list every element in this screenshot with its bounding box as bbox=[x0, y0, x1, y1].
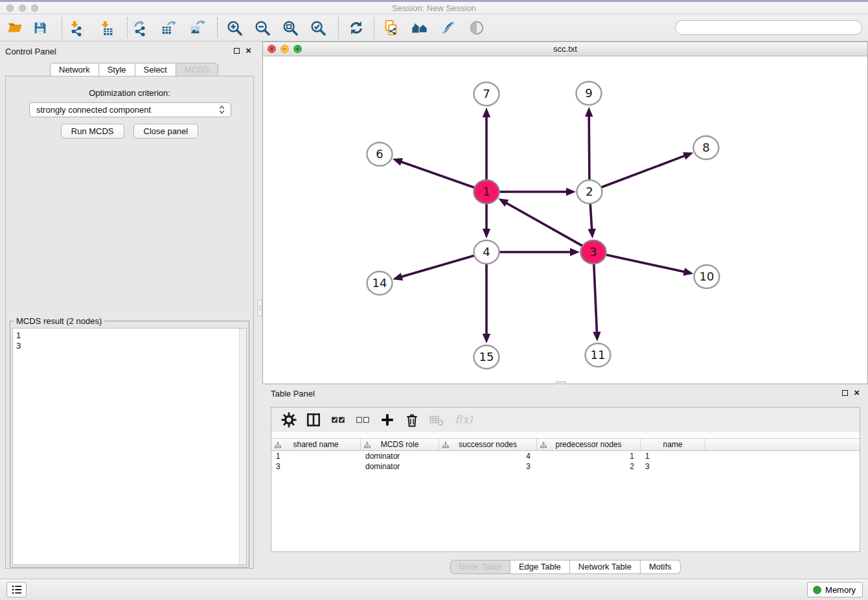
tab-network-table[interactable]: Network Table bbox=[570, 560, 641, 574]
graph-node-7[interactable]: 7 bbox=[474, 82, 499, 106]
toolbar-separator bbox=[127, 17, 128, 38]
graph-node-11[interactable]: 11 bbox=[586, 343, 611, 367]
network-canvas[interactable]: 1234678910111415 bbox=[263, 56, 867, 383]
network-maximize-button[interactable]: + bbox=[293, 45, 302, 53]
graph-node-10[interactable]: 10 bbox=[694, 265, 720, 288]
function-builder-icon[interactable]: f(x) bbox=[453, 413, 474, 427]
vertical-splitter-handle[interactable] bbox=[257, 299, 262, 316]
network-close-button[interactable]: × bbox=[268, 45, 276, 53]
graph-node-9[interactable]: 9 bbox=[577, 82, 602, 105]
add-icon[interactable] bbox=[380, 413, 395, 427]
trash-icon[interactable] bbox=[404, 413, 420, 427]
graph-node-4[interactable]: 4 bbox=[474, 240, 499, 264]
control-panel: Control Panel × NetworkStyleSelectMCDS O… bbox=[0, 41, 259, 579]
graph-edge-4-15[interactable] bbox=[483, 264, 490, 343]
home-icon[interactable] bbox=[411, 18, 429, 38]
graph-edge-3-11[interactable] bbox=[593, 264, 600, 341]
column-header-name[interactable]: name bbox=[641, 439, 705, 450]
tab-edge-table[interactable]: Edge Table bbox=[510, 560, 570, 574]
tab-mcds[interactable]: MCDS bbox=[176, 63, 218, 77]
zoom-fit-icon[interactable] bbox=[281, 18, 299, 38]
graph-edge-2-8[interactable] bbox=[601, 152, 694, 187]
graph-edge-1-7[interactable] bbox=[483, 108, 490, 179]
tree-icon bbox=[442, 441, 449, 448]
deselect-all-icon[interactable] bbox=[355, 413, 371, 427]
graph-node-label: 9 bbox=[585, 86, 592, 100]
graph-node-3[interactable]: 3 bbox=[581, 240, 606, 264]
import-table-icon[interactable] bbox=[98, 18, 116, 38]
window-titlebar: Session: New Session bbox=[0, 2, 868, 14]
graph-edge-3-1[interactable] bbox=[498, 198, 582, 246]
column-layout-icon[interactable] bbox=[306, 413, 321, 427]
table-row[interactable]: 1dominator411 bbox=[271, 451, 860, 461]
run-mcds-button[interactable]: Run MCDS bbox=[61, 124, 124, 139]
refresh-icon[interactable] bbox=[347, 18, 365, 38]
mcds-result-list[interactable]: 13 bbox=[12, 328, 247, 565]
close-panel-icon[interactable]: × bbox=[854, 389, 860, 396]
column-header-label: name bbox=[663, 440, 682, 449]
memory-status-dot bbox=[813, 586, 821, 594]
graph-node-14[interactable]: 14 bbox=[367, 271, 393, 295]
task-history-button[interactable] bbox=[6, 582, 27, 597]
graph-node-label: 10 bbox=[700, 270, 714, 283]
export-table-icon[interactable] bbox=[160, 18, 178, 38]
graph-edge-4-14[interactable] bbox=[393, 255, 475, 281]
graph-node-8[interactable]: 8 bbox=[694, 136, 719, 159]
duplicate-network-icon[interactable] bbox=[382, 18, 400, 38]
select-all-icon[interactable] bbox=[330, 413, 346, 427]
tab-select[interactable]: Select bbox=[135, 63, 176, 77]
graph-edge-2-3[interactable] bbox=[588, 204, 595, 238]
graph-node-6[interactable]: 6 bbox=[367, 143, 393, 166]
zoom-in-icon[interactable] bbox=[225, 18, 244, 38]
control-panel-title: Control Panel bbox=[5, 47, 56, 56]
chevron-updown-icon bbox=[218, 104, 225, 115]
tab-network[interactable]: Network bbox=[50, 63, 99, 77]
graph-edge-3-10[interactable] bbox=[606, 255, 694, 275]
column-header-MCDS-role[interactable]: MCDS role bbox=[361, 439, 439, 450]
column-header-predecessor-nodes[interactable]: predecessor nodes bbox=[537, 439, 641, 450]
search-input[interactable] bbox=[675, 20, 862, 35]
export-image-icon[interactable] bbox=[188, 18, 207, 38]
column-header-successor-nodes[interactable]: successor nodes bbox=[439, 439, 537, 450]
float-panel-icon[interactable] bbox=[234, 48, 240, 54]
table-row[interactable]: 3dominator323 bbox=[271, 461, 860, 472]
network-minimize-button[interactable]: − bbox=[280, 45, 289, 53]
open-folder-icon[interactable] bbox=[6, 18, 24, 38]
tab-style[interactable]: Style bbox=[99, 63, 135, 77]
criterion-dropdown-value: strongly connected component bbox=[36, 105, 151, 115]
graph-edge-1-4[interactable] bbox=[483, 204, 490, 238]
result-scrollbar[interactable] bbox=[239, 329, 246, 564]
zoom-selected-icon[interactable] bbox=[309, 18, 327, 38]
delete-table-icon[interactable] bbox=[429, 413, 444, 427]
list-icon bbox=[10, 584, 24, 595]
close-panel-icon[interactable]: × bbox=[246, 47, 251, 54]
tab-node-table[interactable]: Node Table bbox=[450, 560, 510, 574]
export-network-icon[interactable] bbox=[132, 18, 150, 38]
graph-edge-4-3[interactable] bbox=[499, 248, 580, 256]
style-toggle-icon[interactable] bbox=[439, 18, 457, 38]
graph-node-1[interactable]: 1 bbox=[474, 180, 499, 203]
graph-node-15[interactable]: 15 bbox=[474, 345, 499, 369]
toolbar-separator bbox=[62, 17, 62, 38]
settings-gear-icon[interactable] bbox=[281, 413, 297, 427]
graph-edge-1-6[interactable] bbox=[393, 158, 475, 188]
memory-button[interactable]: Memory bbox=[807, 582, 863, 597]
column-header-shared-name[interactable]: shared name bbox=[271, 439, 361, 450]
save-icon[interactable] bbox=[31, 18, 49, 38]
graph-edge-1-2[interactable] bbox=[499, 188, 576, 196]
close-panel-button[interactable]: Close panel bbox=[133, 124, 199, 139]
column-header-label: shared name bbox=[293, 440, 338, 449]
visibility-icon[interactable] bbox=[468, 18, 486, 38]
graph-node-label: 6 bbox=[376, 147, 383, 161]
criterion-dropdown[interactable]: strongly connected component bbox=[29, 102, 231, 117]
column-header-label: successor nodes bbox=[459, 440, 517, 449]
tree-icon bbox=[275, 441, 281, 448]
import-network-icon[interactable] bbox=[67, 18, 86, 38]
zoom-out-icon[interactable] bbox=[253, 18, 271, 38]
tab-motifs[interactable]: Motifs bbox=[641, 560, 681, 574]
network-window-titlebar[interactable]: × − + scc.txt bbox=[263, 42, 867, 56]
graph-node-2[interactable]: 2 bbox=[577, 180, 602, 203]
tree-icon bbox=[540, 441, 547, 448]
float-panel-icon[interactable] bbox=[842, 390, 848, 396]
graph-edge-2-9[interactable] bbox=[585, 107, 593, 179]
